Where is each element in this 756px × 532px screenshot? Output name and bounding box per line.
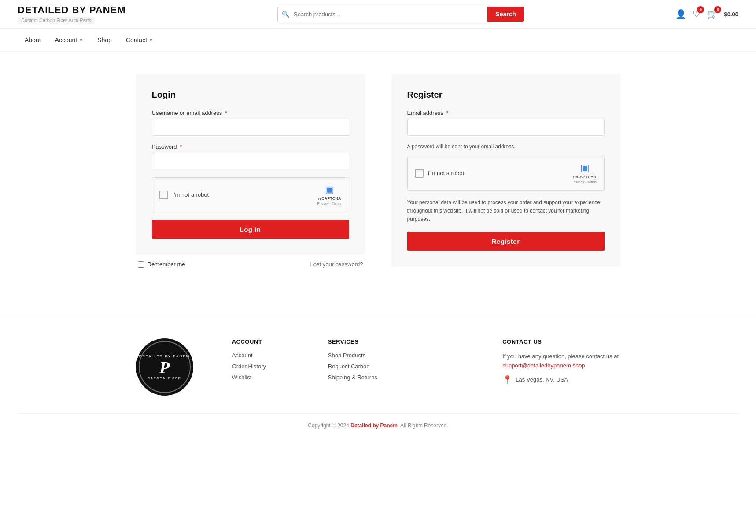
cart-total: $0.00 [724, 11, 738, 18]
password-required: * [180, 143, 182, 150]
reg-captcha-checkbox[interactable] [415, 169, 424, 178]
below-login-card: Remember me Lost your password? [136, 261, 365, 268]
reg-captcha-links: Privacy - Terms [573, 180, 597, 184]
footer-location: 📍 Las Vegas, NV, USA [502, 375, 620, 385]
auth-grid: Login Username or email address * Passwo… [136, 74, 620, 268]
footer-wishlist-link[interactable]: Wishlist [232, 374, 310, 381]
password-label: Password * [152, 143, 349, 150]
nav-shop[interactable]: Shop [90, 33, 119, 47]
captcha-label: I'm not a robot [173, 191, 209, 198]
cart-icon-button[interactable]: 🛒 0 [707, 9, 718, 19]
login-button[interactable]: Log in [152, 220, 349, 239]
footer-request-carbon-link[interactable]: Request Carbon [328, 363, 485, 370]
footer: DETAILED BY PANEM P CARBON FIBER ACCOUNT… [0, 316, 756, 442]
username-required: * [225, 110, 227, 116]
reg-recaptcha-icon: ▣ [580, 162, 590, 174]
footer-order-history-link[interactable]: Order History [232, 363, 310, 370]
main-nav: About Account ▼ Shop Contact ▼ [0, 29, 756, 52]
header-icons: 👤 ♡ 0 🛒 0 $0.00 [675, 9, 738, 19]
brand-name: DETAILED BY PANEM [18, 4, 126, 16]
search-icon: 🔍 [282, 11, 289, 18]
login-card: Login Username or email address * Passwo… [136, 74, 365, 255]
reg-captcha-right: ▣ reCAPTCHA Privacy - Terms [573, 162, 597, 184]
login-title: Login [152, 90, 349, 100]
footer-services-col: SERVICES Shop Products Request Carbon Sh… [328, 338, 485, 396]
captcha-right: ▣ reCAPTCHA Privacy - Terms [317, 184, 342, 205]
reg-email-required: * [446, 110, 449, 116]
reg-captcha-label: I'm not a robot [428, 170, 465, 176]
remember-me-label: Remember me [138, 261, 185, 268]
remember-me-checkbox[interactable] [138, 261, 144, 268]
footer-account-link[interactable]: Account [232, 352, 310, 359]
privacy-note: Your personal data will be used to proce… [407, 198, 605, 224]
register-captcha: I'm not a robot ▣ reCAPTCHA Privacy - Te… [407, 156, 605, 191]
search-input[interactable] [277, 7, 487, 22]
account-dropdown-arrow: ▼ [79, 38, 83, 43]
register-section: Register Email address * A password will… [391, 74, 620, 268]
main-content: Login Username or email address * Passwo… [114, 52, 642, 290]
search-bar: 🔍 Search [277, 7, 524, 22]
username-label: Username or email address * [152, 110, 349, 116]
footer-account-title: ACCOUNT [232, 338, 310, 345]
footer-shop-products-link[interactable]: Shop Products [328, 352, 485, 359]
brand-block: DETAILED BY PANEM Custom Carbon Fiber Au… [18, 4, 126, 24]
footer-location-text: Las Vegas, NV, USA [516, 376, 568, 383]
captcha-links: Privacy - Terms [317, 202, 342, 205]
nav-contact[interactable]: Contact ▼ [119, 33, 160, 47]
footer-email-link[interactable]: support@detailedbypanem.shop [502, 362, 585, 369]
search-wrapper: 🔍 [277, 7, 487, 22]
location-icon: 📍 [502, 375, 512, 385]
search-button[interactable]: Search [487, 7, 524, 22]
account-icon-button[interactable]: 👤 [675, 9, 686, 19]
cart-badge: 0 [714, 6, 721, 13]
reg-captcha-left: I'm not a robot [415, 169, 465, 178]
footer-bottom: Copyright © 2024 Detailed by Panem. All … [18, 413, 738, 433]
password-input[interactable] [152, 153, 349, 169]
reg-email-label: Email address * [407, 110, 605, 116]
footer-bottom-brand: Detailed by Panem [350, 422, 398, 429]
footer-services-title: SERVICES [328, 338, 485, 345]
register-button[interactable]: Register [407, 232, 605, 251]
login-captcha: I'm not a robot ▣ reCAPTCHA Privacy - Te… [152, 177, 349, 212]
footer-shipping-returns-link[interactable]: Shipping & Returns [328, 374, 485, 381]
footer-account-col: ACCOUNT Account Order History Wishlist [232, 338, 310, 396]
contact-dropdown-arrow: ▼ [149, 38, 153, 43]
reg-captcha-brand: reCAPTCHA [573, 175, 597, 179]
footer-contact-col: CONTACT US If you have any question, ple… [502, 338, 620, 396]
lost-password-link[interactable]: Lost your password? [310, 261, 363, 268]
nav-account[interactable]: Account ▼ [48, 33, 91, 47]
brand-tagline: Custom Carbon Fiber Auto Parts [18, 17, 95, 24]
register-title: Register [407, 90, 605, 100]
register-note: A password will be sent to your email ad… [407, 143, 605, 150]
footer-logo-col: DETAILED BY PANEM P CARBON FIBER [136, 338, 214, 396]
register-card: Register Email address * A password will… [391, 74, 620, 267]
footer-logo: DETAILED BY PANEM P CARBON FIBER [136, 338, 193, 396]
footer-grid: DETAILED BY PANEM P CARBON FIBER ACCOUNT… [136, 338, 620, 396]
wishlist-badge: 0 [697, 6, 704, 13]
username-input[interactable] [152, 119, 349, 136]
login-section: Login Username or email address * Passwo… [136, 74, 365, 268]
nav-about[interactable]: About [18, 33, 48, 47]
header: DETAILED BY PANEM Custom Carbon Fiber Au… [0, 0, 756, 29]
captcha-brand: reCAPTCHA [318, 196, 341, 201]
recaptcha-icon: ▣ [325, 184, 334, 195]
wishlist-icon-button[interactable]: ♡ 0 [693, 9, 701, 19]
register-email-input[interactable] [407, 119, 605, 136]
footer-contact-title: CONTACT US [502, 338, 620, 345]
captcha-left: I'm not a robot [159, 191, 209, 199]
captcha-checkbox[interactable] [159, 191, 168, 199]
footer-contact-text: If you have any question, please contact… [502, 352, 620, 371]
logo-ring [139, 341, 191, 393]
